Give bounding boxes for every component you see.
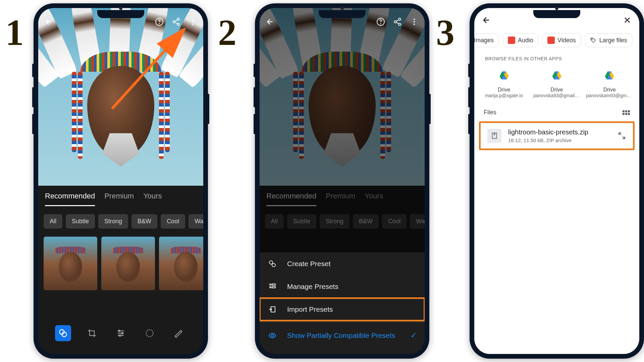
detail-tool[interactable] xyxy=(142,325,158,341)
svg-point-7 xyxy=(192,23,194,25)
browse-apps-title: BROWSE FILES IN OTHER APPS xyxy=(474,53,639,64)
phone-1: Recommended Premium Yours All Subtle Str… xyxy=(34,3,208,359)
svg-point-31 xyxy=(271,335,273,337)
svg-point-3 xyxy=(173,21,175,23)
drive-name: Drive xyxy=(586,87,633,93)
chip-all[interactable]: All xyxy=(44,214,62,229)
back-icon[interactable] xyxy=(266,17,274,26)
zip-icon xyxy=(487,129,501,143)
svg-rect-29 xyxy=(272,287,275,288)
tutorial-arrow xyxy=(105,28,189,115)
crop-tool[interactable] xyxy=(84,325,100,341)
audio-icon xyxy=(508,37,515,44)
svg-point-28 xyxy=(270,287,271,288)
svg-point-26 xyxy=(270,284,271,285)
share-icon[interactable] xyxy=(393,17,402,26)
svg-rect-27 xyxy=(272,284,275,285)
svg-point-6 xyxy=(192,21,194,22)
chip-cool[interactable]: Cool xyxy=(161,214,185,229)
eye-icon xyxy=(268,331,277,340)
photo-preview[interactable] xyxy=(38,8,203,186)
chip-bw[interactable]: B&W xyxy=(131,214,157,229)
manage-presets-label: Manage Presets xyxy=(287,283,338,291)
share-icon[interactable] xyxy=(172,17,180,26)
more-icon[interactable] xyxy=(410,17,419,26)
svg-point-32 xyxy=(591,39,592,40)
svg-point-14 xyxy=(119,335,121,337)
create-preset-item[interactable]: Create Preset xyxy=(260,252,425,275)
svg-point-25 xyxy=(272,263,275,267)
svg-point-12 xyxy=(118,330,120,332)
phone-3: Images Audio Videos Large files BROWSE F… xyxy=(470,3,644,359)
presets-tool[interactable] xyxy=(55,325,71,341)
chip-images[interactable]: Images xyxy=(474,34,499,47)
videos-icon xyxy=(547,37,555,44)
chip-strong[interactable]: Strong xyxy=(98,214,128,229)
grid-view-icon[interactable] xyxy=(623,110,630,115)
svg-point-24 xyxy=(269,261,273,264)
svg-point-1 xyxy=(159,23,159,24)
chip-subtle[interactable]: Subtle xyxy=(66,214,95,229)
drive-icon xyxy=(498,70,510,81)
show-partial-item[interactable]: Show Partially Compatible Presets ✓ xyxy=(260,324,425,347)
file-item-zip[interactable]: lightroom-basic-presets.zip 16:12, 11.50… xyxy=(479,121,635,150)
svg-point-21 xyxy=(414,18,415,20)
check-icon: ✓ xyxy=(411,331,417,340)
tab-premium[interactable]: Premium xyxy=(104,192,134,206)
lightroom-screen-2: Recommended Premium Yours All Subtle Str… xyxy=(260,8,425,354)
drive-account[interactable]: Drive marija.p@xgate.io xyxy=(481,70,528,98)
create-preset-label: Create Preset xyxy=(287,260,331,268)
preset-menu-sheet: Create Preset Manage Presets Import Pres… xyxy=(260,252,425,354)
file-picker-screen: Images Audio Videos Large files BROWSE F… xyxy=(474,8,639,354)
category-chips: Images Audio Videos Large files xyxy=(474,32,639,53)
bottom-toolbar xyxy=(38,320,203,347)
drive-icon xyxy=(551,70,563,81)
back-icon[interactable] xyxy=(44,17,53,26)
drive-icon xyxy=(603,70,615,81)
svg-point-13 xyxy=(121,333,123,334)
svg-point-20 xyxy=(398,23,401,25)
file-meta: 16:12, 11.50 kB, ZIP archive xyxy=(508,137,611,143)
svg-point-18 xyxy=(398,18,401,20)
step-3-label: 3 xyxy=(436,11,454,54)
file-name: lightroom-basic-presets.zip xyxy=(508,128,611,136)
drive-email: panovska93@gmail.c... xyxy=(533,93,580,98)
filter-chips: All Subtle Strong B&W Cool Warm xyxy=(38,206,203,229)
preset-thumb[interactable] xyxy=(159,237,203,290)
svg-point-19 xyxy=(394,21,396,23)
svg-line-9 xyxy=(112,35,179,109)
chip-warm[interactable]: Warm xyxy=(189,214,203,229)
lightroom-screen-1: Recommended Premium Yours All Subtle Str… xyxy=(38,8,203,354)
more-icon[interactable] xyxy=(189,17,197,26)
svg-point-15 xyxy=(146,330,153,337)
preset-thumbnails xyxy=(38,229,203,290)
preset-thumb[interactable] xyxy=(101,237,155,290)
tab-recommended[interactable]: Recommended xyxy=(45,192,95,206)
chip-videos[interactable]: Videos xyxy=(542,33,581,47)
preset-tabs: Recommended Premium Yours xyxy=(38,186,203,206)
create-icon xyxy=(268,260,277,268)
chip-large-files[interactable]: Large files xyxy=(585,34,632,47)
drive-accounts: Drive marija.p@xgate.io Drive panovska93… xyxy=(474,64,639,106)
import-icon xyxy=(268,305,277,313)
drive-account[interactable]: Drive panovska93@gmail.c... xyxy=(533,70,580,98)
divider xyxy=(260,322,425,322)
chip-audio[interactable]: Audio xyxy=(503,33,538,47)
heal-tool[interactable] xyxy=(170,325,186,341)
help-icon[interactable] xyxy=(155,17,164,26)
close-icon[interactable] xyxy=(623,15,632,27)
drive-account[interactable]: Drive panovskam93@gmail... xyxy=(586,70,633,98)
manage-presets-item[interactable]: Manage Presets xyxy=(260,275,425,298)
expand-icon[interactable] xyxy=(618,131,626,140)
drive-email: panovskam93@gmail... xyxy=(586,93,633,98)
import-presets-item[interactable]: Import Presets xyxy=(260,298,425,321)
tab-yours[interactable]: Yours xyxy=(143,192,162,206)
svg-point-2 xyxy=(177,18,179,20)
back-icon[interactable] xyxy=(482,15,491,27)
svg-point-22 xyxy=(414,21,415,22)
step-2-label: 2 xyxy=(218,11,236,54)
preset-thumb[interactable] xyxy=(44,237,97,290)
step-1-label: 1 xyxy=(5,11,24,54)
help-icon[interactable] xyxy=(376,17,385,26)
adjust-tool[interactable] xyxy=(113,325,129,341)
